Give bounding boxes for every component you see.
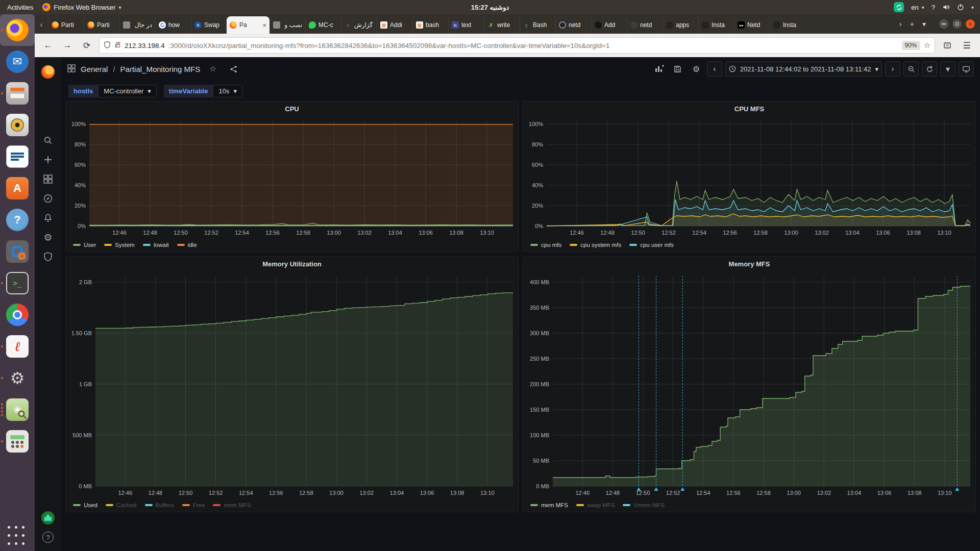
tab[interactable]: ✳Swap xyxy=(191,16,227,34)
chart-plot-area[interactable]: 0 MB50 MB100 MB150 MB200 MB250 MB300 MB3… xyxy=(523,272,975,498)
new-tab-button[interactable]: + xyxy=(910,20,914,28)
legend-item[interactable]: mem MFS xyxy=(530,502,568,508)
share-icon[interactable] xyxy=(226,61,241,77)
dock-files[interactable] xyxy=(0,78,35,109)
dock-chrome[interactable] xyxy=(0,299,35,331)
dock-show-apps[interactable] xyxy=(0,519,35,551)
zoom-level-badge[interactable]: 90% xyxy=(902,41,920,50)
sidebar-explore-icon[interactable] xyxy=(39,189,57,208)
forward-button[interactable]: → xyxy=(60,38,75,53)
scroll-tabs-right-icon[interactable]: › xyxy=(899,20,902,28)
tab[interactable]: ✗write xyxy=(484,16,520,34)
chevron-down-icon[interactable]: ▾ xyxy=(971,5,974,10)
chart-plot-area[interactable]: 0%20%40%60%80%100%12:4612:4812:5012:5212… xyxy=(66,117,518,238)
back-button[interactable]: ← xyxy=(41,38,55,53)
reload-button[interactable]: ⟳ xyxy=(80,38,94,53)
chart-plot-area[interactable]: 0 MB500 MB1 GB1.50 GB2 GB12:4612:4812:50… xyxy=(66,272,518,498)
favorite-star-icon[interactable]: ☆ xyxy=(205,61,220,77)
dock-vmware[interactable] xyxy=(0,236,35,267)
tab[interactable]: netd xyxy=(555,16,591,34)
help-indicator[interactable]: ? xyxy=(932,4,935,11)
legend-item[interactable]: Cached xyxy=(106,502,137,508)
tv-mode-icon[interactable] xyxy=(959,61,974,77)
dashboard-title[interactable]: Partial_Monitoring MFS xyxy=(120,65,201,73)
legend-item[interactable]: cpu mfs xyxy=(530,242,561,248)
add-panel-icon[interactable] xyxy=(652,61,667,77)
panel-title[interactable]: Memory MFS xyxy=(523,257,975,272)
tab[interactable]: Add xyxy=(591,16,627,34)
legend-item[interactable]: cpu system mfs xyxy=(570,242,621,248)
keyboard-layout-indicator[interactable]: en ▾ xyxy=(911,4,924,11)
legend-item[interactable]: Buffers xyxy=(145,502,174,508)
dock-terminal[interactable]: >_ xyxy=(0,267,35,299)
legend-item[interactable]: Vmem MFS xyxy=(623,502,665,508)
tab[interactable]: Ghow xyxy=(155,16,191,34)
time-shift-forward-icon[interactable]: › xyxy=(885,61,900,77)
breadcrumb-root[interactable]: General xyxy=(81,65,108,73)
legend-item[interactable]: swap MFS xyxy=(576,502,615,508)
tab[interactable]: Insta xyxy=(698,16,734,34)
dock-thunderbird[interactable]: ✉ xyxy=(0,46,35,78)
tab[interactable]: Parti xyxy=(48,16,84,34)
tab[interactable]: نصب و را xyxy=(270,16,305,34)
chart-plot-area[interactable]: 0%20%40%60%80%100%12:4612:4812:5012:5212… xyxy=(523,117,975,238)
power-icon[interactable] xyxy=(957,4,964,11)
scroll-tabs-left-icon[interactable]: ‹ xyxy=(35,14,48,34)
time-shift-back-icon[interactable]: ‹ xyxy=(707,61,722,77)
url-bar[interactable]: 212.33.198.4 :3000/d/oIoXXkcnz/partial_m… xyxy=(99,37,935,54)
tab[interactable]: Parti xyxy=(84,16,119,34)
tab[interactable]: ›گزارش xyxy=(341,16,377,34)
variable-value-dropdown[interactable]: 10s▾ xyxy=(213,85,242,97)
screen-share-indicator-icon[interactable] xyxy=(894,2,904,12)
legend-item[interactable]: idle xyxy=(177,242,197,248)
dock-rhythmbox[interactable] xyxy=(0,109,35,141)
legend-item[interactable]: Iowait xyxy=(143,242,169,248)
sidebar-dashboards-icon[interactable] xyxy=(39,169,57,189)
dashboards-grid-icon[interactable] xyxy=(67,64,76,74)
tab[interactable]: tctext xyxy=(448,16,484,34)
panel-title[interactable]: Memory Utilization xyxy=(66,257,518,272)
minimize-button[interactable] xyxy=(939,19,948,29)
variable-hostIs[interactable]: hostIsMC-controller▾ xyxy=(68,85,157,97)
variable-value-dropdown[interactable]: MC-controller▾ xyxy=(98,85,157,97)
bookmark-star-icon[interactable]: ☆ xyxy=(924,41,930,50)
tab[interactable]: در حال و xyxy=(119,16,155,34)
dock-tools[interactable]: ⚙ xyxy=(0,362,35,394)
volume-icon[interactable] xyxy=(942,4,950,11)
insecure-lock-icon[interactable] xyxy=(114,41,121,50)
panel-title[interactable]: CPU xyxy=(66,102,518,117)
dock-firefox[interactable] xyxy=(0,14,35,46)
time-range-picker[interactable]: 2021-11-08 12:44:02 to 2021-11-08 13:11:… xyxy=(725,61,882,77)
save-page-icon[interactable] xyxy=(940,38,954,53)
sidebar-settings-icon[interactable]: ⚙ xyxy=(39,228,57,247)
sidebar-add-icon[interactable] xyxy=(39,150,57,169)
grafana-logo-icon[interactable] xyxy=(39,62,57,82)
clock[interactable]: دوشنبه 15:27 xyxy=(471,4,509,11)
activities-button[interactable]: Activities xyxy=(7,4,33,11)
legend-item[interactable]: mem MFS xyxy=(213,502,251,508)
tab[interactable]: ≣Addi xyxy=(377,16,412,34)
sidebar-shield-icon[interactable] xyxy=(39,247,57,266)
dashboard-settings-icon[interactable]: ⚙ xyxy=(689,61,704,77)
tab[interactable]: ≣bash xyxy=(412,16,448,34)
dock-calculator[interactable] xyxy=(0,425,35,457)
save-dashboard-icon[interactable] xyxy=(670,61,685,77)
menu-icon[interactable]: ☰ xyxy=(960,38,974,53)
user-avatar[interactable] xyxy=(39,508,57,528)
sidebar-alerting-icon[interactable] xyxy=(39,208,57,228)
shield-icon[interactable] xyxy=(104,41,111,50)
tab[interactable]: netd xyxy=(627,16,663,34)
legend-item[interactable]: cpu user mfs xyxy=(629,242,674,248)
tab-active[interactable]: Pa× xyxy=(227,16,270,34)
legend-item[interactable]: User xyxy=(73,242,96,248)
refresh-interval-caret-icon[interactable]: ▾ xyxy=(940,61,955,77)
dock-image-viewer[interactable]: ❀ xyxy=(0,394,35,425)
tab[interactable]: MC-c xyxy=(305,16,341,34)
dock-libreoffice-writer[interactable] xyxy=(0,141,35,172)
maximize-button[interactable] xyxy=(952,19,962,29)
legend-item[interactable]: Free xyxy=(182,502,205,508)
close-button[interactable]: × xyxy=(966,19,975,29)
dock-ubuntu-software[interactable]: A xyxy=(0,172,35,204)
close-tab-icon[interactable]: × xyxy=(262,21,266,29)
dock-help[interactable]: ? xyxy=(0,204,35,236)
